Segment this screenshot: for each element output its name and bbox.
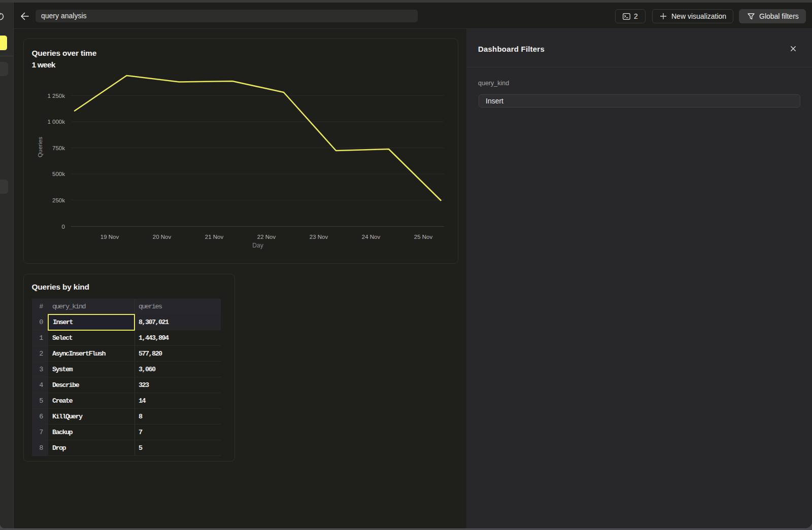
svg-text:24 Nov: 24 Nov [362,234,381,240]
svg-text:250k: 250k [52,197,65,203]
svg-text:25 Nov: 25 Nov [414,234,433,240]
svg-text:0: 0 [62,224,65,230]
svg-text:1 000k: 1 000k [47,119,65,125]
svg-text:19 Nov: 19 Nov [100,234,119,240]
svg-text:500k: 500k [52,171,65,177]
svg-text:1 250k: 1 250k [47,93,65,99]
svg-text:Queries: Queries [37,137,43,158]
svg-text:750k: 750k [52,145,65,151]
svg-text:20 Nov: 20 Nov [153,234,172,240]
svg-text:Day: Day [252,242,263,249]
svg-text:23 Nov: 23 Nov [310,234,328,240]
svg-text:21 Nov: 21 Nov [205,234,224,240]
svg-text:22 Nov: 22 Nov [257,234,276,240]
